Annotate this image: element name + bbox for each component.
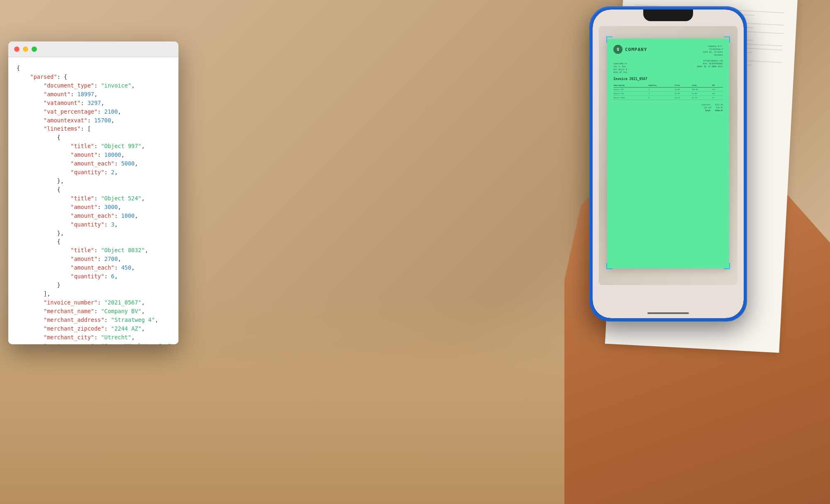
code-line: ],: [17, 290, 170, 298]
col-header-vat: VAT: [712, 83, 723, 88]
code-line: {: [17, 64, 170, 73]
col-header-price: Price: [674, 83, 691, 88]
code-line: "lineitems": [: [17, 124, 170, 133]
item-total: €10.00: [691, 88, 712, 92]
code-line: "customer_name": "CameraNU.nl tav J. Doe…: [17, 342, 170, 345]
logo-letter: Q: [617, 47, 619, 51]
phone-device: Q COMPANY Company B.V. Straatweg 4 2244 …: [589, 6, 747, 321]
item-qty: 6: [648, 96, 674, 100]
code-line: "quantity": 6,: [17, 272, 170, 281]
customer-line: 8321 WT Urk: [613, 71, 723, 74]
code-line: "merchant_zipcode": "2244 AZ",: [17, 324, 170, 333]
invoice-document: Q COMPANY Company B.V. Straatweg 4 2244 …: [607, 39, 729, 268]
company-iban: IBAN: NL 12 ABNA 0111: [697, 65, 723, 68]
code-editor-window: { "parsed": { "document_type": "invoice"…: [8, 41, 178, 344]
code-line: "quantity": 3,: [17, 220, 170, 229]
phone-home-bar: [647, 312, 689, 314]
code-line: "title": "Object 8032",: [17, 246, 170, 255]
item-desc: Object 524: [613, 92, 648, 96]
code-titlebar: [8, 41, 178, 57]
code-line: {: [17, 133, 170, 142]
code-line: {: [17, 185, 170, 194]
item-total: €3.00: [691, 92, 712, 96]
invoice-table: Description Quantity Price Total VAT Obj…: [613, 83, 723, 100]
close-button-icon[interactable]: [14, 46, 20, 52]
code-line: "vat_percentage": 2100,: [17, 107, 170, 116]
code-line: {: [17, 237, 170, 246]
code-line: },: [17, 177, 170, 185]
invoice-logo-icon: Q: [613, 45, 622, 54]
subtotal-row: Subtotal €157.00: [613, 103, 723, 106]
code-body: { "parsed": { "document_type": "invoice"…: [8, 57, 178, 344]
invoice-totals: Subtotal €157.00 21% VAT €32.97 Total €1…: [613, 103, 723, 112]
phone-screen: Q COMPANY Company B.V. Straatweg 4 2244 …: [593, 10, 744, 318]
item-price: €0.45: [674, 96, 691, 100]
code-line: "amount": 2700,: [17, 255, 170, 263]
minimize-button-icon[interactable]: [23, 46, 28, 52]
company-info-line: Germany: [697, 54, 723, 56]
total-row: Total €189.97: [613, 109, 723, 112]
phone-inner: Q COMPANY Company B.V. Straatweg 4 2244 …: [593, 10, 744, 318]
item-desc: Object 8032: [613, 96, 648, 100]
code-line: }: [17, 281, 170, 290]
col-header-quantity: Quantity: [648, 83, 674, 88]
item-qty: 2: [648, 88, 674, 92]
customer-line: Het Spijk 8: [613, 68, 723, 71]
invoice-number-title: Invoice 2021_0567: [613, 77, 723, 81]
camera-viewfinder: Q COMPANY Company B.V. Straatweg 4 2244 …: [599, 26, 737, 285]
code-line: "amount": 10000,: [17, 151, 170, 159]
code-line: "document_type": "invoice",: [17, 81, 170, 90]
company-kvk: KvK: NL820456001: [697, 62, 723, 65]
item-vat: 21%: [712, 88, 723, 92]
code-line: "amount_each": 5000,: [17, 159, 170, 168]
company-email: info@company.com: [697, 59, 723, 62]
item-desc: Object 997: [613, 88, 648, 92]
item-price: €1.00: [674, 92, 691, 96]
code-line: "amount_each": 450,: [17, 263, 170, 272]
item-vat: 21%: [712, 92, 723, 96]
invoice-company-info: Company B.V. Straatweg 4 2244 AZ, Utrech…: [697, 45, 723, 68]
col-header-description: Description: [613, 83, 648, 88]
code-line: "invoice_number": "2021_0567",: [17, 298, 170, 307]
table-row: Object 8032 6 €0.45 €2.70 7%: [613, 96, 723, 100]
invoice-company-name: COMPANY: [625, 47, 647, 52]
item-price: €5.00: [674, 88, 691, 92]
col-header-total: Total: [691, 83, 712, 88]
company-info-line: Company B.V.: [697, 45, 723, 48]
code-line: "amount": 3000,: [17, 203, 170, 212]
company-info-line: [697, 56, 723, 59]
code-line: "vatamount": 3297,: [17, 99, 170, 107]
code-line: "parsed": {: [17, 73, 170, 81]
phone-notch: [643, 10, 693, 21]
code-line: "amount": 18997,: [17, 90, 170, 99]
code-line: "title": "Object 997",: [17, 142, 170, 151]
code-line: "merchant_name": "Company BV",: [17, 307, 170, 316]
code-line: "merchant_address": "Straatweg 4",: [17, 316, 170, 324]
item-total: €2.70: [691, 96, 712, 100]
item-vat: 7%: [712, 96, 723, 100]
code-line: "merchant_city": "Utrecht",: [17, 333, 170, 342]
vat-row: 21% VAT €32.97: [613, 106, 723, 109]
table-row: Object 524 3 €1.00 €3.00 21%: [613, 92, 723, 96]
code-line: "amountexvat": 15700,: [17, 116, 170, 125]
code-line: },: [17, 229, 170, 238]
maximize-button-icon[interactable]: [32, 46, 37, 52]
item-qty: 3: [648, 92, 674, 96]
code-line: "amount_each": 1000,: [17, 212, 170, 220]
code-line: "title": "Object 524",: [17, 194, 170, 203]
table-row: Object 997 2 €5.00 €10.00 21%: [613, 88, 723, 92]
company-info-line: Straatweg 4: [697, 48, 723, 51]
code-line: "quantity": 2,: [17, 168, 170, 177]
company-info-line: 2244 AZ, Utrecht: [697, 51, 723, 54]
